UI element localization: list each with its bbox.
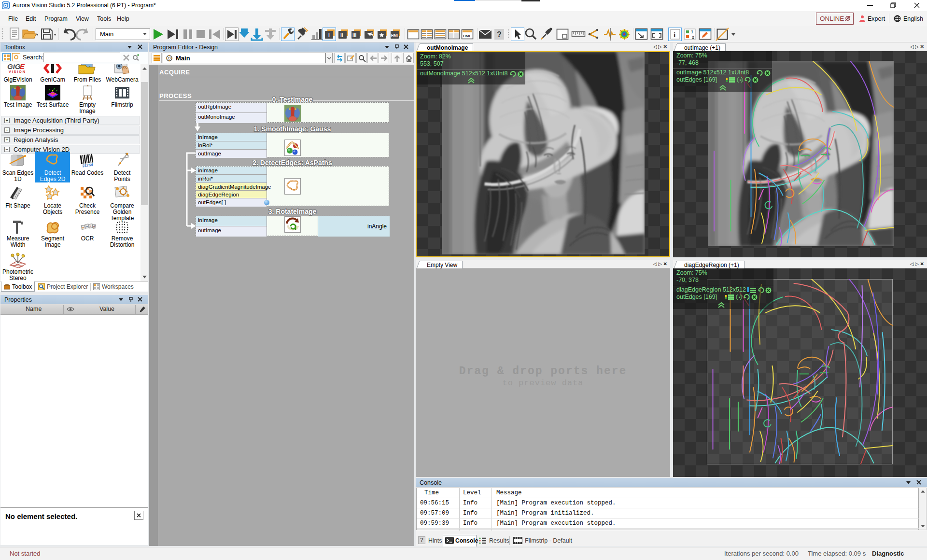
svg-text:1: 1: [691, 29, 693, 34]
svg-text:HMI: HMI: [463, 34, 470, 38]
svg-text:III: III: [352, 33, 357, 38]
svg-text:II: II: [340, 33, 343, 38]
svg-text:Main: Main: [100, 30, 113, 38]
svg-text:2: 2: [692, 35, 694, 40]
svg-text:I: I: [328, 33, 330, 38]
svg-text:HMI: HMI: [391, 33, 398, 38]
svg-text:VISION: VISION: [9, 70, 26, 73]
svg-text:i: i: [674, 31, 675, 39]
svg-text:?: ?: [497, 30, 502, 39]
